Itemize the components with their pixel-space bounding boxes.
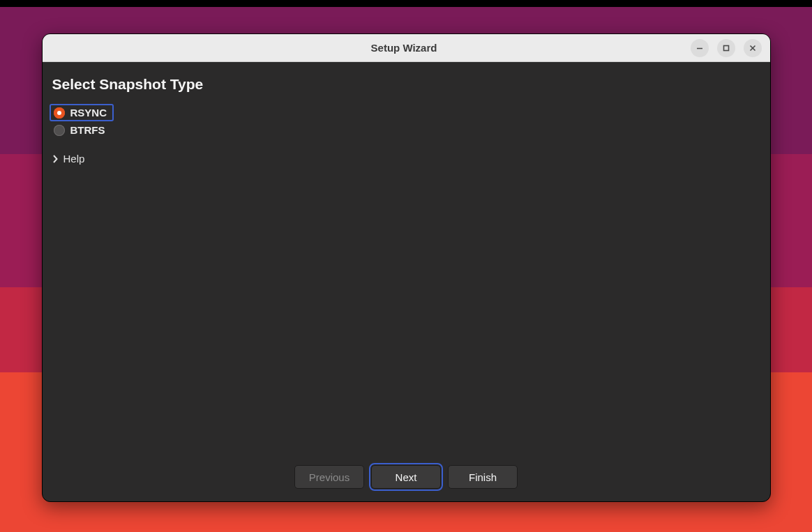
desktop-wallpaper: Setup Wizard xyxy=(0,0,812,532)
window-controls xyxy=(691,39,765,57)
client-area: Select Snapshot Type RSYNC BTRFS Help xyxy=(43,62,770,501)
wizard-action-bar: Previous Next Finish xyxy=(43,461,770,493)
close-button[interactable] xyxy=(744,39,762,57)
button-label: Previous xyxy=(309,471,349,483)
help-label: Help xyxy=(63,153,85,165)
button-label: Next xyxy=(396,471,417,483)
maximize-button[interactable] xyxy=(717,39,735,57)
svg-rect-1 xyxy=(723,45,728,50)
radio-option-btrfs[interactable]: BTRFS xyxy=(50,121,112,139)
finish-button[interactable]: Finish xyxy=(448,465,518,489)
close-icon xyxy=(749,42,756,54)
radio-icon xyxy=(54,107,65,119)
chevron-right-icon xyxy=(52,155,59,163)
button-label: Finish xyxy=(469,471,497,483)
snapshot-type-group: RSYNC BTRFS xyxy=(43,102,770,140)
minimize-icon xyxy=(696,42,703,54)
next-button[interactable]: Next xyxy=(371,465,441,489)
radio-option-rsync[interactable]: RSYNC xyxy=(50,104,114,121)
window-title: Setup Wizard xyxy=(118,42,691,54)
help-expander[interactable]: Help xyxy=(43,140,95,165)
page-title: Select Snapshot Type xyxy=(43,72,770,102)
spacer xyxy=(43,165,770,461)
radio-label: RSYNC xyxy=(70,107,107,119)
radio-label: BTRFS xyxy=(70,124,105,136)
minimize-button[interactable] xyxy=(691,39,709,57)
titlebar[interactable]: Setup Wizard xyxy=(43,34,770,62)
maximize-icon xyxy=(723,42,730,54)
setup-wizard-window: Setup Wizard xyxy=(42,33,771,502)
previous-button[interactable]: Previous xyxy=(294,465,364,489)
radio-icon xyxy=(54,125,65,136)
